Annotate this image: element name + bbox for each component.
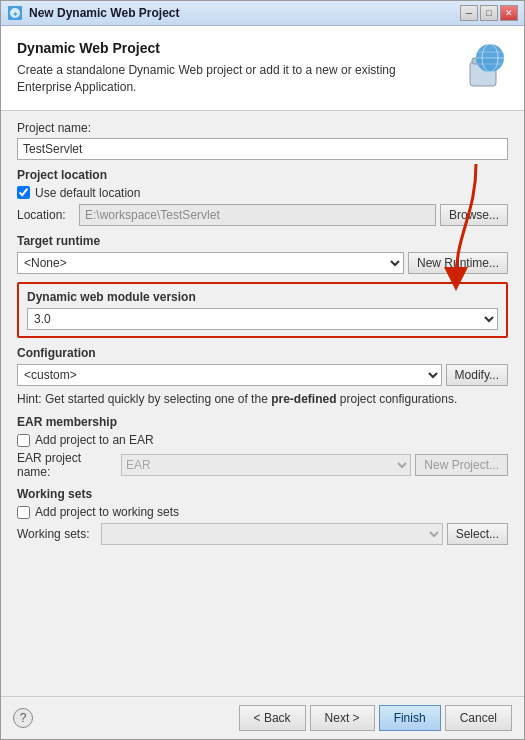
project-name-input[interactable] (17, 138, 508, 160)
dialog-content: Dynamic Web Project Create a standalone … (1, 26, 524, 739)
add-to-ear-checkbox[interactable] (17, 434, 30, 447)
select-button[interactable]: Select... (447, 523, 508, 545)
minimize-button[interactable]: ─ (460, 5, 478, 21)
ear-project-name-select[interactable]: EAR (121, 454, 411, 476)
use-default-location-row: Use default location (17, 186, 508, 200)
add-to-working-sets-label: Add project to working sets (35, 505, 179, 519)
target-runtime-row: <None> New Runtime... (17, 252, 508, 274)
ear-membership-section: EAR membership Add project to an EAR EAR… (17, 415, 508, 479)
dynamic-module-version-select[interactable]: 3.0 2.5 2.4 2.3 (27, 308, 498, 330)
use-default-location-label: Use default location (35, 186, 140, 200)
hint-bold: pre-defined (271, 392, 336, 406)
working-sets-label: Working sets (17, 487, 508, 501)
working-sets-select[interactable] (101, 523, 443, 545)
ear-project-name-label: EAR project name: (17, 451, 117, 479)
target-runtime-select[interactable]: <None> (17, 252, 404, 274)
window-icon: ✦ (7, 5, 23, 21)
add-to-ear-label: Add project to an EAR (35, 433, 154, 447)
dynamic-module-version-label: Dynamic web module version (27, 290, 498, 304)
footer-right: < Back Next > Finish Cancel (239, 705, 512, 731)
back-button[interactable]: < Back (239, 705, 306, 731)
help-button[interactable]: ? (13, 708, 33, 728)
project-location-label: Project location (17, 168, 508, 182)
dialog-title: Dynamic Web Project (17, 40, 397, 56)
project-name-label: Project name: (17, 121, 508, 135)
configuration-row: <custom> Modify... (17, 364, 508, 386)
close-button[interactable]: ✕ (500, 5, 518, 21)
new-runtime-button[interactable]: New Runtime... (408, 252, 508, 274)
finish-button[interactable]: Finish (379, 705, 441, 731)
project-location-section: Project location Use default location Lo… (17, 168, 508, 226)
browse-button[interactable]: Browse... (440, 204, 508, 226)
dialog-header: Dynamic Web Project Create a standalone … (1, 26, 524, 111)
svg-text:✦: ✦ (12, 10, 19, 19)
working-sets-section: Working sets Add project to working sets… (17, 487, 508, 545)
header-icon (456, 40, 508, 92)
target-runtime-section: Target runtime <None> New Runtime... (17, 234, 508, 274)
ear-project-name-row: EAR project name: EAR New Project... (17, 451, 508, 479)
use-default-location-checkbox[interactable] (17, 186, 30, 199)
window: ✦ New Dynamic Web Project ─ □ ✕ Dynamic … (0, 0, 525, 740)
add-to-working-sets-row: Add project to working sets (17, 505, 508, 519)
target-runtime-label: Target runtime (17, 234, 508, 248)
header-text: Dynamic Web Project Create a standalone … (17, 40, 397, 96)
working-sets-field-label: Working sets: (17, 527, 97, 541)
cancel-button[interactable]: Cancel (445, 705, 512, 731)
configuration-select[interactable]: <custom> (17, 364, 442, 386)
window-controls: ─ □ ✕ (460, 5, 518, 21)
ear-membership-label: EAR membership (17, 415, 508, 429)
project-name-row: Project name: (17, 121, 508, 160)
modify-button[interactable]: Modify... (446, 364, 508, 386)
location-label: Location: (17, 208, 75, 222)
next-button[interactable]: Next > (310, 705, 375, 731)
configuration-section: Configuration <custom> Modify... Hint: G… (17, 346, 508, 408)
footer-left: ? (13, 708, 33, 728)
working-sets-row: Working sets: Select... (17, 523, 508, 545)
form-area: Project name: Project location Use defau… (1, 111, 524, 696)
hint-text: Hint: Get started quickly by selecting o… (17, 391, 508, 408)
maximize-button[interactable]: □ (480, 5, 498, 21)
title-bar: ✦ New Dynamic Web Project ─ □ ✕ (1, 1, 524, 26)
add-to-ear-row: Add project to an EAR (17, 433, 508, 447)
add-to-working-sets-checkbox[interactable] (17, 506, 30, 519)
new-project-button[interactable]: New Project... (415, 454, 508, 476)
dialog-description: Create a standalone Dynamic Web project … (17, 62, 397, 96)
dynamic-module-version-section: Dynamic web module version 3.0 2.5 2.4 2… (17, 282, 508, 338)
dialog-footer: ? < Back Next > Finish Cancel (1, 696, 524, 739)
location-row: Location: Browse... (17, 204, 508, 226)
window-title: New Dynamic Web Project (29, 6, 454, 20)
location-input[interactable] (79, 204, 436, 226)
configuration-label: Configuration (17, 346, 508, 360)
